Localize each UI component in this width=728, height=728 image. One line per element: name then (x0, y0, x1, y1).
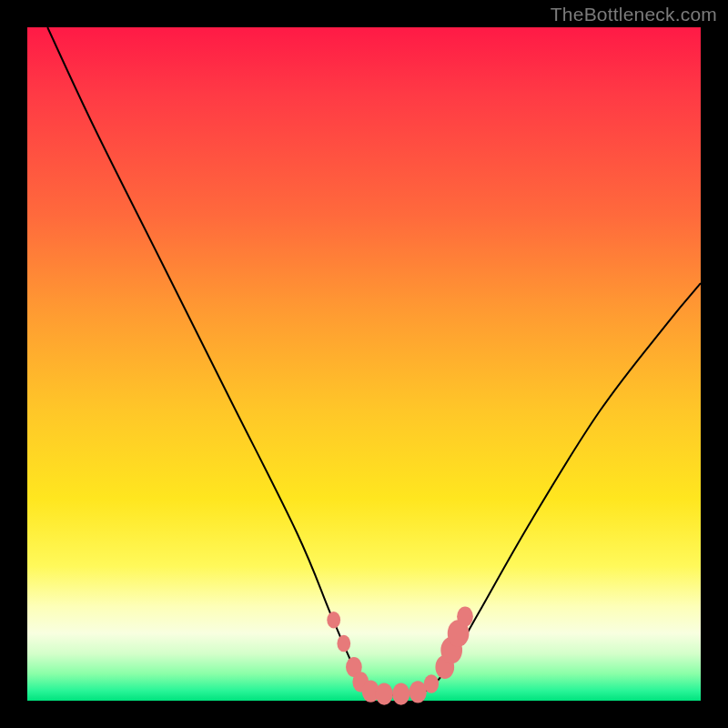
bottleneck-curve (47, 27, 701, 695)
highlight-point (337, 635, 350, 652)
curve-layer (27, 27, 701, 701)
watermark-text: TheBottleneck.com (551, 4, 717, 25)
highlight-point (424, 674, 439, 693)
highlight-point (376, 683, 393, 705)
highlight-point (457, 606, 473, 626)
highlight-point (392, 683, 410, 705)
chart-frame: TheBottleneck.com (0, 0, 728, 728)
plot-area (27, 27, 701, 701)
highlight-point (327, 612, 340, 629)
